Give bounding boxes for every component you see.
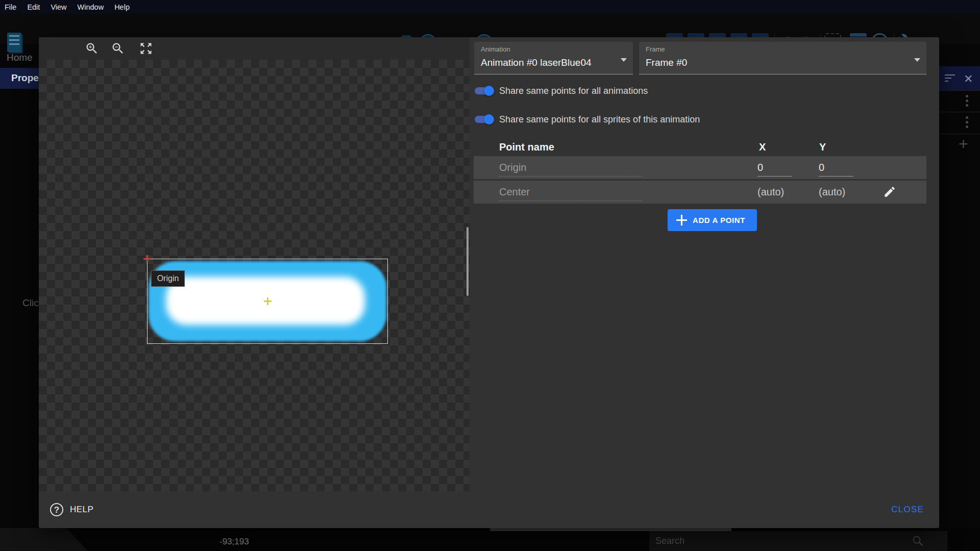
help-icon <box>50 503 63 516</box>
zoom-in-icon[interactable] <box>85 41 99 56</box>
menu-bar: File Edit View Window Help <box>0 0 980 14</box>
chevron-down-icon <box>621 58 627 62</box>
point-name: Origin <box>499 162 642 177</box>
search-icon[interactable] <box>912 535 924 547</box>
chevron-down-icon <box>914 58 920 62</box>
menu-edit[interactable]: Edit <box>27 3 40 11</box>
kebab-menu-icon[interactable] <box>966 116 968 119</box>
close-button[interactable]: CLOSE <box>891 505 924 515</box>
add-icon[interactable]: + <box>959 135 968 154</box>
table-row-origin: Origin 0 0 <box>474 156 926 179</box>
edit-points-dialog: Origin Animation Animation #0 laserBlue0… <box>39 37 939 528</box>
menu-file[interactable]: File <box>5 3 16 11</box>
help-button[interactable]: HELP <box>50 503 93 516</box>
sprite-canvas: Origin <box>39 60 470 491</box>
frame-select[interactable]: Frame Frame #0 <box>639 42 926 74</box>
search-box <box>649 531 947 551</box>
origin-point-marker[interactable] <box>143 255 151 263</box>
tab-home[interactable]: Home <box>7 52 33 63</box>
edit-center-point-icon[interactable] <box>883 185 896 198</box>
status-bar: -93;193 <box>0 528 980 551</box>
column-header-y: Y <box>819 141 826 153</box>
origin-x-field[interactable]: 0 <box>757 162 792 177</box>
search-input[interactable] <box>655 534 880 548</box>
origin-point-label: Origin <box>151 270 185 287</box>
toggle-share-all-animations-label: Share same points for all animations <box>499 86 648 96</box>
menu-help[interactable]: Help <box>114 3 130 11</box>
toggle-share-all-animations[interactable] <box>475 86 493 96</box>
dialog-footer: HELP CLOSE <box>39 491 939 528</box>
cursor-coordinates: -93;193 <box>219 537 249 547</box>
column-header-x: X <box>759 141 766 153</box>
close-panel-icon[interactable]: ✕ <box>964 72 973 86</box>
tab-properties[interactable]: Proper <box>0 68 39 89</box>
column-header-point-name: Point name <box>499 141 554 153</box>
canvas-scrollbar-thumb[interactable] <box>467 227 469 296</box>
plus-icon <box>676 215 687 226</box>
canvas-toolbar <box>39 37 470 60</box>
kebab-menu-icon[interactable] <box>966 95 968 97</box>
project-manager-icon[interactable] <box>7 33 21 52</box>
add-a-point-button[interactable]: ADD A POINT <box>668 209 757 231</box>
point-name: Center <box>499 186 642 201</box>
toggle-share-all-sprites-label: Share same points for all sprites of thi… <box>499 114 700 125</box>
origin-y-field[interactable]: 0 <box>819 162 853 177</box>
table-row-center: Center (auto) (auto) <box>474 181 926 204</box>
fit-to-screen-icon[interactable] <box>139 41 153 56</box>
zoom-out-icon[interactable] <box>111 41 125 56</box>
filter-icon[interactable] <box>945 74 955 82</box>
menu-view[interactable]: View <box>51 3 66 11</box>
center-y-value: (auto) <box>819 186 845 198</box>
menu-window[interactable]: Window <box>78 3 104 11</box>
canvas-corner-panel <box>0 528 88 551</box>
center-point-marker[interactable] <box>264 297 272 305</box>
animation-select[interactable]: Animation Animation #0 laserBlue04 <box>474 42 633 74</box>
center-x-value: (auto) <box>757 186 784 198</box>
toggle-share-all-sprites[interactable] <box>475 114 493 124</box>
